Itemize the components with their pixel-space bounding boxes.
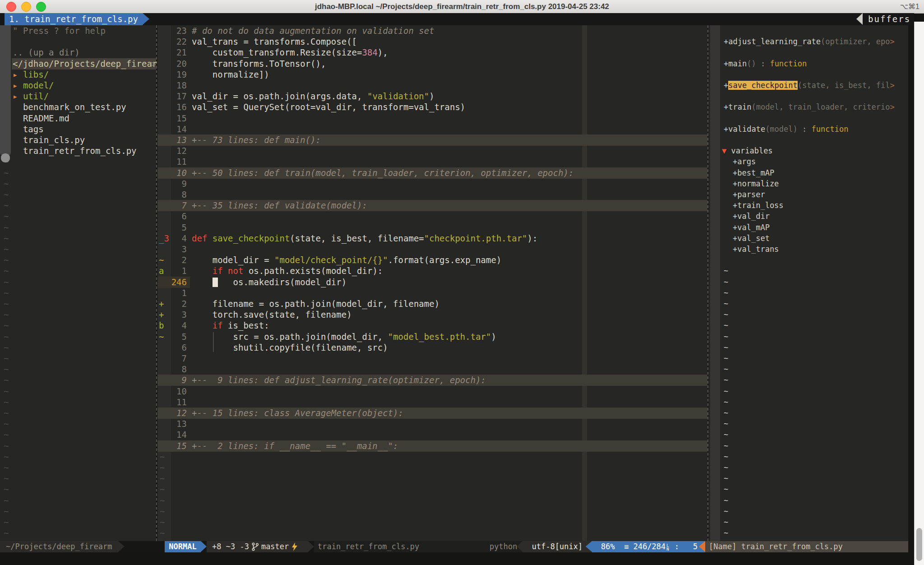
nontext-tilde: ~ [4, 440, 160, 452]
tree-dir-item[interactable]: ▸ model/ [13, 80, 169, 91]
editor-line[interactable]: 14 [157, 429, 707, 440]
tree-dir-item[interactable]: ▸ util/ [13, 91, 169, 102]
command-line[interactable] [0, 552, 924, 565]
tagbar-variable-val_set[interactable]: +val_set [733, 233, 917, 244]
line-number: 19 [159, 69, 187, 80]
editor-line[interactable]: 5 [157, 222, 707, 233]
tree-file-item[interactable]: benchmark_on_test.py [13, 102, 169, 113]
tagbar-variable-train_loss[interactable]: +train_loss [733, 200, 917, 211]
lightning-bolt-icon [291, 542, 298, 551]
line-number: 6 [159, 211, 187, 222]
buffers-arrow-icon [856, 13, 863, 25]
right-scrollbar-thumb[interactable] [916, 528, 922, 561]
line-number: 21 [159, 47, 187, 58]
nontext-tilde: ~ [724, 309, 908, 320]
left-scrollbar-thumb[interactable] [1, 153, 10, 162]
nontext-tilde: ~ [724, 353, 908, 364]
powerline-arrow-icon [118, 541, 125, 552]
truncation-marker: > [890, 37, 894, 46]
truncation-marker: > [890, 102, 894, 111]
editor-line[interactable]: _34def save_checkpoint(state, is_best, f… [157, 233, 707, 244]
right-scrollbar-track[interactable] [914, 22, 924, 565]
tree-dir-item[interactable]: ▸ libs/ [13, 69, 169, 80]
editor-line[interactable]: 21 custom_transform.Resize(size=384), [157, 47, 707, 58]
nontext-tilde: ~ [160, 462, 710, 473]
editor-line[interactable]: 6 shutil.copyfile(filename, src) [157, 342, 707, 353]
editor-line[interactable]: 12 [157, 145, 707, 157]
nontext-tilde: ~ [724, 397, 908, 408]
editor-line[interactable]: 1 [157, 287, 707, 299]
tagbar-variable-normalize[interactable]: +normalize [733, 178, 917, 190]
editor-line[interactable]: 3 [157, 244, 707, 255]
tagbar-variable-parser[interactable]: +parser [733, 189, 917, 200]
editor-line[interactable]: 18 [157, 80, 707, 91]
nontext-tilde: ~ [724, 484, 908, 495]
editor-line[interactable]: 14 [157, 124, 707, 135]
editor-line[interactable]: 8 [157, 189, 707, 200]
tagbar-entry-save_checkpoint[interactable]: +save_checkpoint(state, is_best, fil> [724, 80, 908, 91]
editor-line[interactable]: 246 os.makedirs(model_dir) [157, 277, 707, 288]
line-number: 11 [159, 156, 187, 167]
editor-line[interactable]: 13 [157, 418, 707, 430]
folded-lines[interactable]: 7+-- 35 lines: def validate(model): [157, 200, 707, 211]
tagbar-variable-args[interactable]: +args [733, 156, 917, 167]
nontext-tilde: ~ [160, 451, 710, 463]
editor-line[interactable]: 20 transforms.ToTensor(), [157, 58, 707, 69]
editor-line[interactable]: 19 normalize]) [157, 69, 707, 80]
nontext-tilde: ~ [4, 451, 160, 463]
nontext-tilde: ~ [4, 484, 160, 495]
line-number: 3 [159, 309, 187, 320]
powerline-chevron-icon [517, 541, 522, 552]
tagbar-statusline: [Name] train_retr_from_cls.py [705, 541, 908, 552]
tree-root-item[interactable]: </jdhao/Projects/deep_firear [13, 58, 169, 69]
editor-line[interactable]: 15 [157, 113, 707, 124]
tree-file-item[interactable]: README.md [13, 113, 169, 124]
tab-train-retr-from-cls[interactable]: 1. train_retr_from_cls.py [5, 13, 143, 25]
tagbar-variable-val_dir[interactable]: +val_dir [733, 211, 917, 222]
editor-line[interactable]: 23# do not do data augmentation on valid… [157, 25, 707, 37]
tree-file-item[interactable]: train_retr_from_cls.py [13, 145, 169, 157]
line-number: 6 [159, 342, 187, 353]
git-branch-icon [252, 542, 259, 551]
active-tag-highlight: save_checkpoint [728, 81, 798, 90]
editor-line[interactable]: 11 [157, 397, 707, 408]
folded-lines[interactable]: 15+-- 2 lines: if __name__ == "__main__"… [157, 440, 707, 452]
tagbar-entry-main[interactable]: +main() : function [724, 58, 908, 69]
tagbar-variable-val_mAP[interactable]: +val_mAP [733, 222, 917, 233]
nontext-tilde: ~ [724, 287, 908, 299]
editor-line[interactable]: 9 [157, 178, 707, 190]
tagbar-entry-adjust_learning_rate[interactable]: +adjust_learning_rate(optimizer, epo> [724, 36, 908, 47]
editor-line[interactable]: 17val_dir = os.path.join(args.data, "val… [157, 91, 707, 102]
folded-lines[interactable]: 9+-- 9 lines: def adjust_learning_rate(o… [157, 375, 707, 386]
tree-up-dir[interactable]: .. (up a dir) [13, 47, 169, 58]
editor-line[interactable]: +3 torch.save(state, filename) [157, 309, 707, 320]
editor-line[interactable]: 10 [157, 386, 707, 397]
tagbar-variable-val_trans[interactable]: +val_trans [733, 244, 917, 255]
editor-line[interactable]: a1 if not os.path.exists(model_dir): [157, 265, 707, 277]
editor-line[interactable]: b4 if is_best: [157, 320, 707, 331]
tab-arrow-icon [143, 13, 149, 25]
tree-file-item[interactable]: train_cls.py [13, 134, 169, 146]
tagbar-entry-train[interactable]: +train(model, train_loader, criterio> [724, 102, 908, 113]
editor-line[interactable]: 8 [157, 364, 707, 375]
nontext-tilde: ~ [4, 353, 160, 364]
folded-lines[interactable]: 12+-- 15 lines: class AverageMeter(objec… [157, 408, 707, 419]
tagbar-entry-validate[interactable]: +validate(model) : function [724, 124, 908, 135]
folded-lines[interactable]: 10+-- 50 lines: def train(model, train_l… [157, 167, 707, 179]
tagbar-variable-best_mAP[interactable]: +best_mAP [733, 167, 917, 179]
editor-line[interactable]: 16val_set = QuerySet(root=val_dir, trans… [157, 102, 707, 113]
left-scrollbar[interactable] [0, 25, 11, 156]
editor-line[interactable]: ~5 src = os.path.join(model_dir, "model_… [157, 331, 707, 343]
tree-file-item[interactable]: tags [13, 124, 169, 135]
editor-line[interactable]: 7 [157, 353, 707, 364]
editor-line[interactable]: 11 [157, 156, 707, 167]
tagbar-kind-header[interactable]: ▼ variables [722, 145, 906, 157]
nontext-tilde: ~ [160, 495, 710, 506]
folded-lines[interactable]: 13+-- 73 lines: def main(): [157, 134, 707, 146]
chevron-right-icon: ▸ [13, 80, 23, 90]
editor-line[interactable]: 22val_trans = transforms.Compose([ [157, 36, 707, 47]
editor-line[interactable]: +2 filename = os.path.join(model_dir, fi… [157, 298, 707, 310]
editor-line[interactable]: 6 [157, 211, 707, 222]
line-position: ≡ 246/284 [624, 541, 665, 552]
editor-line[interactable]: ~2 model_dir = "model/check_point/{}".fo… [157, 255, 707, 266]
